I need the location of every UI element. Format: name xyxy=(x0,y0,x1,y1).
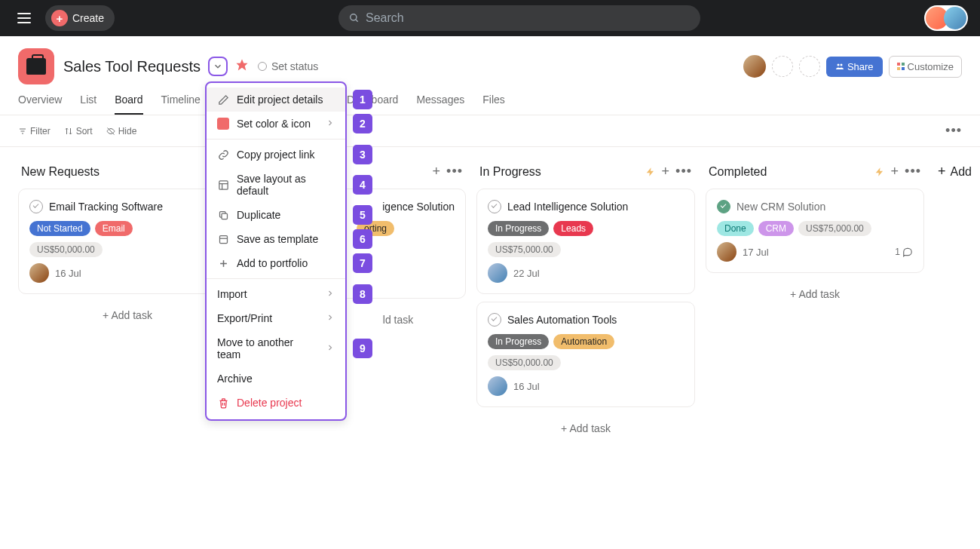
hamburger-menu[interactable] xyxy=(12,6,36,30)
filter-icon xyxy=(18,127,27,136)
column-in-progress: In Progress + ••• Lead Intelligence Solu… xyxy=(476,159,695,529)
chevron-right-icon xyxy=(326,288,335,300)
add-card-button[interactable]: + xyxy=(891,164,899,179)
bolt-icon[interactable] xyxy=(645,167,656,177)
card[interactable]: Email Tracking Software Not Started Emai… xyxy=(18,189,237,294)
column-more[interactable]: ••• xyxy=(905,164,921,179)
search-input[interactable]: Search xyxy=(338,5,700,31)
sort-label: Sort xyxy=(76,126,93,136)
complete-checkbox[interactable] xyxy=(717,200,730,213)
svg-point-0 xyxy=(351,14,357,20)
menu-duplicate[interactable]: Duplicate 5 xyxy=(207,203,345,227)
menu-delete-project[interactable]: Delete project xyxy=(207,391,345,415)
number-badge: 2 xyxy=(353,114,372,133)
comment-count[interactable]: 1 xyxy=(895,247,913,257)
due-date: 16 Jul xyxy=(55,268,81,279)
tab-board[interactable]: Board xyxy=(115,94,142,115)
column-new-requests: New Requests + Email Tracking Software N… xyxy=(18,159,237,529)
menu-save-layout[interactable]: Save layout as default 4 xyxy=(207,167,345,203)
search-placeholder: Search xyxy=(366,11,404,25)
assignee-avatar[interactable] xyxy=(488,376,507,396)
trash-icon xyxy=(217,397,229,409)
member-avatar[interactable] xyxy=(743,55,766,78)
create-button[interactable]: + Create xyxy=(45,5,115,31)
column-header: Completed + ••• xyxy=(706,159,924,189)
number-badge: 8 xyxy=(353,284,372,304)
project-dropdown-menu: Edit project details 1 Set color & icon … xyxy=(205,81,347,421)
add-task-button[interactable]: + Add task xyxy=(476,415,695,442)
status-circle-icon xyxy=(258,62,267,71)
tab-overview[interactable]: Overview xyxy=(18,94,62,115)
filter-button[interactable]: Filter xyxy=(18,126,51,136)
menu-edit-details[interactable]: Edit project details 1 xyxy=(207,87,345,112)
bolt-icon[interactable] xyxy=(874,167,885,177)
project-title: Sales Tool Requests xyxy=(63,58,201,75)
card[interactable]: Lead Intelligence Solution In Progress L… xyxy=(476,189,695,294)
number-badge: 6 xyxy=(353,229,372,249)
tab-files[interactable]: Files xyxy=(482,94,505,115)
amount-field: US$50,000.00 xyxy=(488,355,561,370)
complete-checkbox[interactable] xyxy=(488,200,501,213)
category-tag: Email xyxy=(95,221,133,236)
menu-set-color[interactable]: Set color & icon 2 xyxy=(207,112,345,136)
number-badge: 4 xyxy=(353,175,372,195)
column-header: In Progress + ••• xyxy=(476,159,695,189)
add-task-button[interactable]: + Add task xyxy=(706,281,924,308)
amount-field: US$50,000.00 xyxy=(29,242,103,257)
column-more[interactable]: ••• xyxy=(446,164,463,179)
board: New Requests + Email Tracking Software N… xyxy=(0,147,980,541)
complete-checkbox[interactable] xyxy=(29,200,43,213)
menu-save-template[interactable]: Save as template 6 xyxy=(207,227,345,251)
category-tag: Leads xyxy=(553,221,593,236)
hide-button[interactable]: Hide xyxy=(106,126,137,136)
add-member-slot[interactable] xyxy=(799,56,820,77)
complete-checkbox[interactable] xyxy=(488,313,501,327)
create-label: Create xyxy=(72,12,104,24)
number-badge: 5 xyxy=(353,205,372,225)
chevron-right-icon xyxy=(326,312,335,324)
column-more[interactable]: ••• xyxy=(675,164,692,179)
svg-rect-9 xyxy=(219,180,227,189)
set-status-button[interactable]: Set status xyxy=(258,60,318,72)
customize-button[interactable]: Customize xyxy=(889,56,962,78)
more-options[interactable]: ••• xyxy=(945,123,962,139)
pencil-icon xyxy=(217,94,229,106)
project-icon[interactable] xyxy=(18,48,54,84)
due-date: 16 Jul xyxy=(513,381,540,392)
menu-add-portfolio[interactable]: Add to portfolio 7 xyxy=(207,251,345,275)
add-task-button[interactable]: + Add task xyxy=(18,302,237,329)
assignee-avatar[interactable] xyxy=(717,242,737,262)
plus-icon: + xyxy=(51,10,68,26)
project-header: Sales Tool Requests Set status Share Cus… xyxy=(0,36,980,84)
menu-export[interactable]: Export/Print xyxy=(207,306,345,330)
menu-archive[interactable]: Archive xyxy=(207,367,345,391)
tab-messages[interactable]: Messages xyxy=(416,94,464,115)
share-button[interactable]: Share xyxy=(826,57,883,77)
sort-button[interactable]: Sort xyxy=(64,126,93,136)
add-card-button[interactable]: + xyxy=(433,164,441,179)
avatar-group[interactable] xyxy=(924,5,968,31)
star-button[interactable] xyxy=(235,58,249,75)
add-section[interactable]: + Add xyxy=(935,159,980,529)
amount-field: US$75,000.00 xyxy=(488,242,561,257)
svg-rect-13 xyxy=(219,235,227,243)
menu-move-team[interactable]: Move to another team 9 xyxy=(207,330,345,367)
menu-copy-link[interactable]: Copy project link 3 xyxy=(207,143,345,167)
card[interactable]: New CRM Solution Done CRM US$75,000.00 1… xyxy=(706,189,924,273)
tab-list[interactable]: List xyxy=(80,94,96,115)
customize-label: Customize xyxy=(908,61,954,72)
add-card-button[interactable]: + xyxy=(662,164,670,179)
number-badge: 7 xyxy=(353,253,372,273)
menu-import[interactable]: Import 8 xyxy=(207,282,345,306)
add-member-slot[interactable] xyxy=(772,56,793,77)
card[interactable]: Sales Automation Tools In Progress Autom… xyxy=(476,302,695,407)
project-menu-trigger[interactable] xyxy=(210,58,226,75)
chevron-right-icon xyxy=(326,342,335,354)
assignee-avatar[interactable] xyxy=(488,263,507,283)
category-tag: Automation xyxy=(553,334,614,349)
tab-timeline[interactable]: Timeline xyxy=(161,94,201,115)
share-label: Share xyxy=(847,61,874,72)
number-badge: 9 xyxy=(353,339,372,358)
assignee-avatar[interactable] xyxy=(29,263,49,283)
column-completed: Completed + ••• New CRM Solution Done CR… xyxy=(706,159,924,529)
